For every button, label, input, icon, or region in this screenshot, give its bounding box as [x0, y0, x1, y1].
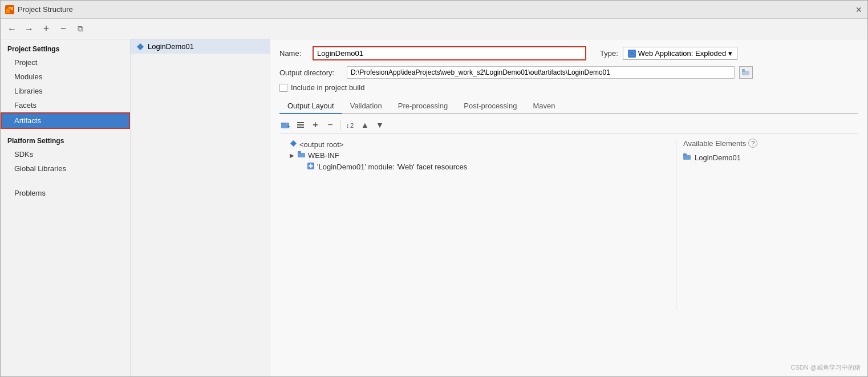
- project-structure-window: Project Structure ✕ ← → + − ⧉ Project Se…: [0, 0, 868, 377]
- available-panel: Available Elements ? LoginDemo01: [676, 139, 858, 310]
- name-row: Name: Type: Web Application: Exploded ▾: [279, 46, 858, 60]
- type-select-inner: Web Application: Exploded: [628, 49, 726, 58]
- svg-rect-18: [298, 153, 305, 157]
- name-input[interactable]: [313, 46, 586, 60]
- type-label: Type:: [600, 49, 618, 58]
- sidebar-item-libraries[interactable]: Libraries: [1, 84, 130, 98]
- back-button[interactable]: ←: [5, 22, 19, 36]
- layout-move-up-button[interactable]: ▲: [359, 119, 371, 131]
- tree-item-module-resources-label: 'LoginDemo01' module: 'Web' facet resour…: [317, 163, 467, 171]
- svg-rect-13: [297, 124, 304, 125]
- layout-toolbar: + + − ↕ 2: [279, 119, 858, 134]
- module-resources-icon: [307, 162, 315, 172]
- sidebar-item-sdks[interactable]: SDKs: [1, 147, 130, 161]
- svg-rect-23: [683, 155, 691, 160]
- layout-move-down-button[interactable]: ▼: [374, 119, 386, 131]
- include-label: Include in project build: [291, 83, 364, 92]
- expand-arrow-output-root: [282, 141, 287, 148]
- svg-marker-3: [137, 43, 144, 50]
- layout-tree: <output root> ▶ WEB-INF: [279, 139, 676, 310]
- sidebar-item-facets[interactable]: Facets: [1, 98, 130, 112]
- type-select[interactable]: Web Application: Exploded ▾: [623, 47, 737, 60]
- layout-properties-button[interactable]: [294, 119, 307, 131]
- output-directory-label: Output directory:: [279, 68, 342, 77]
- available-item-logindemo01[interactable]: LoginDemo01: [683, 152, 858, 163]
- svg-text:2: 2: [350, 122, 354, 129]
- type-value: Web Application: Exploded: [638, 49, 726, 58]
- watermark: CSDN @咸鱼学习中的猪: [791, 363, 861, 372]
- svg-rect-24: [683, 153, 687, 156]
- layout-remove-button[interactable]: −: [324, 119, 336, 131]
- remove-button[interactable]: −: [56, 22, 70, 36]
- sidebar-item-modules[interactable]: Modules: [1, 70, 130, 84]
- tab-validation[interactable]: Validation: [342, 99, 390, 114]
- title-bar: Project Structure ✕: [1, 1, 867, 19]
- tab-pre-processing[interactable]: Pre-processing: [390, 99, 456, 114]
- artifact-list-panel: LoginDemo01: [131, 39, 270, 376]
- available-elements-title: Available Elements ?: [683, 139, 858, 148]
- sidebar: Project Settings Project Modules Librari…: [1, 39, 131, 376]
- svg-rect-12: [297, 122, 304, 123]
- svg-rect-14: [297, 127, 304, 128]
- artifact-icon: [136, 43, 144, 51]
- add-button[interactable]: +: [39, 22, 53, 36]
- layout-add-folder-button[interactable]: +: [279, 119, 292, 131]
- detail-panel: Name: Type: Web Application: Exploded ▾: [270, 39, 867, 376]
- svg-rect-10: [281, 123, 285, 124]
- tabs-bar: Output Layout Validation Pre-processing …: [279, 99, 858, 114]
- project-settings-title: Project Settings: [1, 42, 130, 55]
- svg-text:+: +: [287, 123, 290, 129]
- expand-arrow-web-inf: ▶: [290, 152, 295, 159]
- layout-content: <output root> ▶ WEB-INF: [279, 139, 858, 310]
- web-inf-folder-icon: [298, 151, 306, 160]
- app-icon: [5, 5, 14, 14]
- available-help-icon[interactable]: ?: [748, 139, 757, 148]
- tree-item-web-inf-label: WEB-INF: [308, 151, 339, 160]
- available-item-label: LoginDemo01: [695, 153, 741, 162]
- content-area: Project Settings Project Modules Librari…: [1, 39, 867, 376]
- sidebar-item-artifacts[interactable]: Artifacts: [1, 112, 130, 129]
- tab-output-layout[interactable]: Output Layout: [279, 99, 342, 114]
- artifact-item-label: LoginDemo01: [148, 42, 194, 51]
- window-title: Project Structure: [18, 5, 73, 14]
- name-label: Name:: [279, 49, 308, 58]
- platform-settings-title: Platform Settings: [1, 133, 130, 147]
- expand-arrow-module-resources: [299, 164, 305, 170]
- forward-button[interactable]: →: [22, 22, 36, 36]
- svg-rect-19: [298, 151, 301, 153]
- available-item-folder-icon: [683, 153, 691, 162]
- svg-rect-8: [742, 69, 745, 71]
- layout-sort-button[interactable]: ↕ 2: [344, 119, 356, 131]
- artifact-list-item[interactable]: LoginDemo01: [131, 39, 270, 54]
- close-button[interactable]: ✕: [855, 6, 863, 14]
- type-icon: [628, 50, 636, 58]
- svg-marker-17: [290, 140, 297, 147]
- layout-separator-1: [340, 120, 340, 130]
- sidebar-item-project[interactable]: Project: [1, 55, 130, 70]
- svg-rect-22: [310, 164, 311, 168]
- tree-item-output-root[interactable]: <output root>: [279, 139, 676, 150]
- main-toolbar: ← → + − ⧉: [1, 19, 867, 39]
- tab-post-processing[interactable]: Post-processing: [456, 99, 525, 114]
- type-dropdown-arrow: ▾: [728, 49, 732, 58]
- sidebar-item-problems[interactable]: Problems: [1, 186, 130, 200]
- svg-rect-7: [742, 71, 745, 72]
- sidebar-item-global-libraries[interactable]: Global Libraries: [1, 161, 130, 176]
- svg-point-5: [630, 52, 634, 55]
- tab-maven[interactable]: Maven: [525, 99, 563, 114]
- include-row: Include in project build: [279, 83, 858, 92]
- title-bar-left: Project Structure: [5, 5, 73, 14]
- browse-output-button[interactable]: [739, 66, 753, 79]
- tree-item-output-root-label: <output root>: [299, 140, 343, 149]
- output-directory-row: Output directory:: [279, 66, 858, 79]
- copy-button[interactable]: ⧉: [74, 22, 87, 36]
- include-checkbox[interactable]: [279, 84, 287, 92]
- tree-item-web-inf[interactable]: ▶ WEB-INF: [279, 150, 676, 161]
- output-directory-input[interactable]: [347, 66, 735, 79]
- output-root-icon: [290, 140, 297, 149]
- svg-text:↕: ↕: [346, 122, 350, 129]
- tree-item-module-resources[interactable]: 'LoginDemo01' module: 'Web' facet resour…: [279, 161, 676, 173]
- svg-rect-2: [9, 9, 11, 10]
- layout-add-button[interactable]: +: [309, 119, 322, 131]
